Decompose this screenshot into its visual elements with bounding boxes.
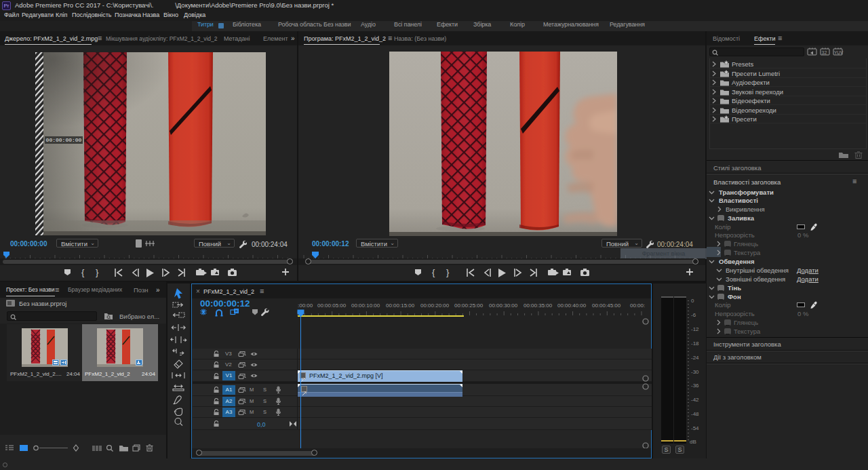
svg-text:{: { (432, 267, 435, 277)
svg-text:}: } (96, 267, 99, 277)
svg-text:}: } (446, 267, 450, 277)
svg-text:32: 32 (822, 50, 827, 55)
svg-text:{: { (81, 267, 85, 277)
svg-text:YUV: YUV (834, 50, 844, 55)
